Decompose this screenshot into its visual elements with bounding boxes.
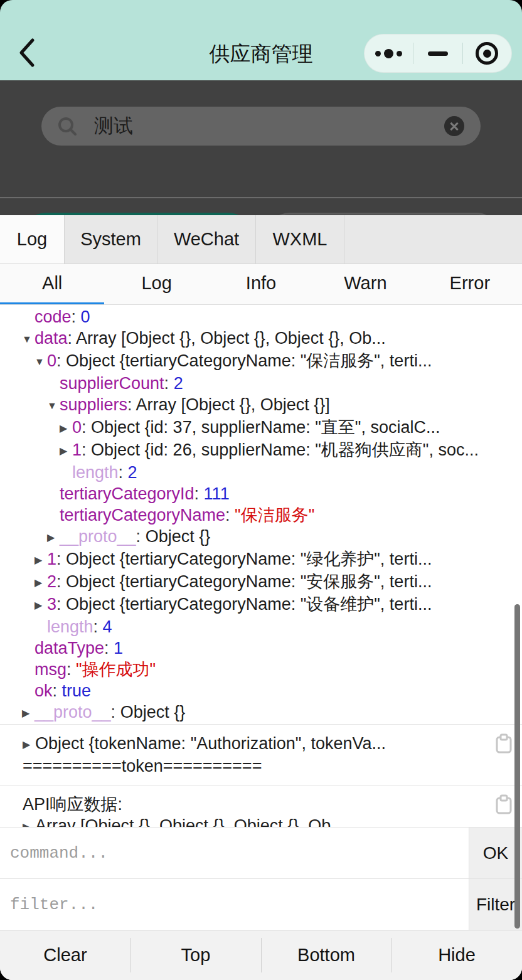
tree-line[interactable]: length: 2 [0, 462, 522, 483]
log-line: ==========token========== [10, 755, 484, 777]
tree-line[interactable]: ▶3: Object {tertiaryCategoryName: "设备维护"… [0, 594, 522, 616]
tree-key: code [35, 307, 72, 326]
tree-line[interactable]: tertiaryCategoryName: "保洁服务" [0, 504, 522, 526]
tree-key: msg [35, 660, 67, 679]
tree-line[interactable]: code: 0 [0, 306, 522, 328]
scrollbar-thumb[interactable] [514, 604, 520, 929]
tree-key: __proto__ [35, 703, 111, 722]
expand-arrow-icon[interactable]: ▶ [22, 703, 35, 724]
tree-line[interactable]: ok: true [0, 680, 522, 701]
tree-value: 0 [81, 307, 90, 326]
filter-row: Filter [0, 878, 522, 930]
tree-value: Object {} [146, 527, 211, 546]
close-record-button[interactable] [463, 35, 511, 72]
toolbar-hide-button[interactable]: Hide [392, 930, 522, 980]
tree-key: 3 [47, 595, 56, 614]
tree-line[interactable]: ▶1: Object {tertiaryCategoryName: "绿化养护"… [0, 548, 522, 571]
tree-value: Array [Object {}, Object {}, Object {}, … [76, 329, 386, 348]
search-section [0, 107, 522, 198]
expand-arrow-icon[interactable]: ▶ [47, 527, 60, 548]
tree-line[interactable]: ▶0: Object {id: 37, supplierName: "直至", … [0, 417, 522, 439]
tree-line[interactable]: length: 4 [0, 616, 522, 637]
log-entry: API响应数据:▶Array [Object {}, Object {}, Ob… [0, 786, 522, 827]
log-filter-warn[interactable]: Warn [313, 264, 417, 304]
tree-key: length [47, 617, 93, 636]
expand-arrow-icon[interactable]: ▶ [23, 734, 35, 755]
tree-key: tertiaryCategoryId [60, 484, 194, 503]
expand-arrow-icon[interactable]: ▶ [60, 440, 72, 462]
command-input[interactable] [0, 828, 469, 878]
console-tab-wechat[interactable]: WeChat [157, 215, 256, 264]
tree-key: tertiaryCategoryName [60, 506, 225, 525]
log-filter-error[interactable]: Error [418, 264, 522, 304]
tree-line[interactable]: tertiaryCategoryId: 111 [0, 483, 522, 504]
json-tree-log: code: 0▼data: Array [Object {}, Object {… [0, 305, 522, 725]
tree-line[interactable]: ▶__proto__: Object {} [0, 526, 522, 548]
console-tab-system[interactable]: System [65, 215, 157, 264]
tree-line[interactable]: ▼suppliers: Array [Object {}, Object {}] [0, 394, 522, 417]
log-line: ▶Object {tokenName: "Authorization", tok… [10, 733, 484, 755]
expand-arrow-icon[interactable]: ▶ [35, 550, 47, 571]
log-line: API响应数据: [10, 794, 484, 815]
console-toolbar: ClearTopBottomHide [0, 930, 522, 980]
console-tab-log[interactable]: Log [0, 215, 65, 264]
tree-key: 2 [47, 572, 56, 591]
toolbar-clear-button[interactable]: Clear [0, 930, 130, 980]
tree-value: 1 [114, 639, 123, 658]
tree-key: dataType [35, 639, 104, 658]
tree-line[interactable]: dataType: 1 [0, 637, 522, 659]
tree-key: length [72, 463, 119, 482]
navbar: 供应商管理 [0, 0, 522, 80]
log-line: ▶Array [Object {}, Object {}, Object {},… [10, 815, 484, 827]
copy-icon[interactable] [496, 794, 512, 814]
tree-key: ok [35, 681, 53, 700]
tree-value: Object {tertiaryCategoryName: "安保服务", te… [66, 572, 432, 591]
tree-key: __proto__ [60, 527, 136, 546]
tree-value: 4 [103, 617, 112, 636]
expand-arrow-icon[interactable]: ▶ [35, 595, 47, 616]
search-input[interactable] [93, 114, 444, 138]
search-bar[interactable] [41, 107, 481, 146]
tree-line[interactable]: ▼data: Array [Object {}, Object {}, Obje… [0, 328, 522, 350]
tree-value: 2 [174, 374, 183, 393]
log-level-filterbar: AllLogInfoWarnError [0, 264, 522, 305]
collapse-arrow-icon[interactable]: ▼ [35, 351, 47, 373]
tree-value: 2 [128, 463, 137, 482]
minus-icon [428, 51, 448, 56]
log-entries: ▶Object {tokenName: "Authorization", tok… [0, 725, 522, 827]
tree-line[interactable]: ▶1: Object {id: 26, supplierName: "机器狗供应… [0, 439, 522, 462]
more-dots-icon [375, 49, 402, 58]
expand-arrow-icon[interactable]: ▶ [23, 816, 35, 827]
toolbar-bottom-button[interactable]: Bottom [261, 930, 392, 980]
log-entry: ▶Object {tokenName: "Authorization", tok… [0, 725, 522, 786]
log-filter-all[interactable]: All [0, 264, 104, 304]
log-filter-info[interactable]: Info [209, 264, 313, 304]
console-tab-wxml[interactable]: WXML [256, 215, 344, 264]
tree-line[interactable]: msg: "操作成功" [0, 659, 522, 680]
tree-key: 1 [47, 550, 56, 568]
filter-input[interactable] [0, 879, 469, 930]
minimize-button[interactable] [413, 35, 462, 72]
tree-value: Object {id: 26, supplierName: "机器狗供应商", … [91, 440, 479, 459]
capsule-menu [364, 34, 512, 73]
tree-line[interactable]: ▼0: Object {tertiaryCategoryName: "保洁服务"… [0, 350, 522, 373]
tree-key: suppliers [60, 395, 127, 414]
tree-line[interactable]: ▶__proto__: Object {} [0, 701, 522, 724]
tree-line[interactable]: supplierCount: 2 [0, 373, 522, 394]
clear-search-icon[interactable] [444, 116, 464, 136]
collapse-arrow-icon[interactable]: ▼ [22, 329, 35, 350]
console-tabbar: LogSystemWeChatWXML [0, 215, 522, 264]
tree-value: Object {tertiaryCategoryName: "设备维护", te… [66, 595, 432, 614]
tree-key: 1 [72, 440, 82, 459]
more-menu-button[interactable] [365, 35, 413, 72]
toolbar-top-button[interactable]: Top [130, 930, 261, 980]
expand-arrow-icon[interactable]: ▶ [35, 572, 47, 594]
tree-key: data [35, 329, 68, 348]
tree-line[interactable]: ▶2: Object {tertiaryCategoryName: "安保服务"… [0, 571, 522, 594]
log-filter-log[interactable]: Log [104, 264, 208, 304]
tree-key: 0 [72, 418, 82, 437]
tree-value: "操作成功" [76, 660, 156, 679]
copy-icon[interactable] [496, 733, 512, 754]
collapse-arrow-icon[interactable]: ▼ [47, 395, 60, 417]
expand-arrow-icon[interactable]: ▶ [60, 418, 72, 439]
